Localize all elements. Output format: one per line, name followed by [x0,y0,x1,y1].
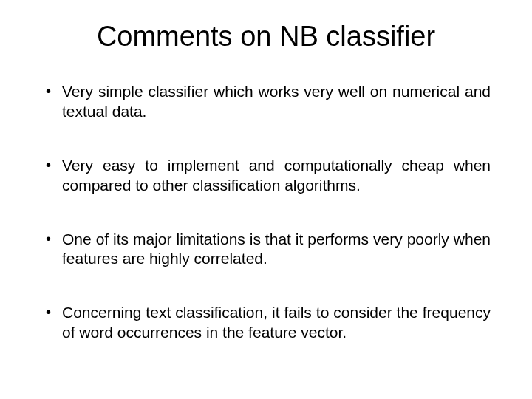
list-item: Concerning text classification, it fails… [41,303,491,343]
bullet-list: Very simple classifier which works very … [41,82,491,343]
slide-title: Comments on NB classifier [41,21,491,52]
list-item: Very simple classifier which works very … [41,82,491,122]
list-item: One of its major limitations is that it … [41,230,491,270]
list-item: Very easy to implement and computational… [41,156,491,196]
